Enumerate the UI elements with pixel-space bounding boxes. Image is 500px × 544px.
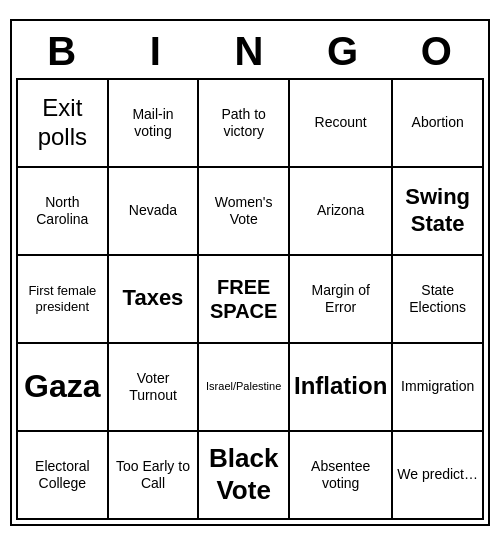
bingo-cell-13: Margin of Error xyxy=(290,256,393,344)
bingo-cell-24: We predict… xyxy=(393,432,484,520)
bingo-cell-9: Swing State xyxy=(393,168,484,256)
bingo-cell-4: Abortion xyxy=(393,80,484,168)
bingo-cell-8: Arizona xyxy=(290,168,393,256)
bingo-cell-5: North Carolina xyxy=(18,168,109,256)
bingo-cell-17: Israel/Palestine xyxy=(199,344,290,432)
bingo-cell-21: Too Early to Call xyxy=(109,432,200,520)
header-n: N xyxy=(203,25,297,78)
bingo-cell-15: Gaza xyxy=(18,344,109,432)
bingo-cell-16: Voter Turnout xyxy=(109,344,200,432)
bingo-cell-23: Absentee voting xyxy=(290,432,393,520)
bingo-card: B I N G O Exit pollsMail-in votingPath t… xyxy=(10,19,490,526)
bingo-cell-7: Women's Vote xyxy=(199,168,290,256)
bingo-cell-1: Mail-in voting xyxy=(109,80,200,168)
bingo-cell-20: Electoral College xyxy=(18,432,109,520)
bingo-cell-3: Recount xyxy=(290,80,393,168)
bingo-cell-22: Black Vote xyxy=(199,432,290,520)
header-i: I xyxy=(110,25,204,78)
bingo-cell-6: Nevada xyxy=(109,168,200,256)
bingo-cell-14: State Elections xyxy=(393,256,484,344)
bingo-cell-0: Exit polls xyxy=(18,80,109,168)
bingo-cell-11: Taxes xyxy=(109,256,200,344)
header-g: G xyxy=(297,25,391,78)
bingo-cell-2: Path to victory xyxy=(199,80,290,168)
header-b: B xyxy=(16,25,110,78)
bingo-cell-18: Inflation xyxy=(290,344,393,432)
bingo-header: B I N G O xyxy=(16,25,484,78)
header-o: O xyxy=(390,25,484,78)
bingo-cell-12: FREE SPACE xyxy=(199,256,290,344)
bingo-grid: Exit pollsMail-in votingPath to victoryR… xyxy=(16,78,484,520)
bingo-cell-19: Immigration xyxy=(393,344,484,432)
bingo-cell-10: First female president xyxy=(18,256,109,344)
